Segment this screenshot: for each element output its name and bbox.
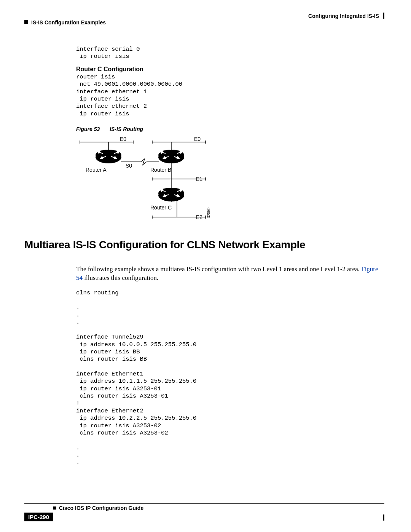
figure-caption: Figure 53 IS-IS Routing bbox=[76, 126, 373, 132]
label-e2: E2 bbox=[196, 214, 202, 220]
section-heading: Multiarea IS-IS Configuration for CLNS N… bbox=[24, 239, 305, 251]
label-router-c: Router C bbox=[150, 204, 172, 211]
header-left-bullet bbox=[24, 20, 28, 24]
header-section-title: IS-IS Configuration Examples bbox=[31, 19, 106, 26]
para-text-pre: The following example shows a multiarea … bbox=[76, 265, 361, 273]
code-block-router-c: router isis net 49.0001.0000.0000.000c.0… bbox=[76, 73, 373, 118]
label-router-b: Router B bbox=[150, 167, 171, 173]
code-block-serial0: interface serial 0 ip router isis bbox=[76, 46, 373, 61]
footer-guide-title: Cisco IOS IP Configuration Guide bbox=[59, 505, 143, 511]
footer-bullet bbox=[53, 506, 56, 510]
footer-rule bbox=[24, 503, 384, 504]
para-text-post: illustrates this configuration. bbox=[83, 274, 158, 281]
label-e1: E1 bbox=[196, 176, 202, 182]
page-number: IPC-290 bbox=[24, 513, 53, 521]
label-e0-a: E0 bbox=[120, 136, 126, 142]
figure-title: IS-IS Routing bbox=[110, 126, 143, 132]
code-block-multiarea: clns routing . . . interface Tunnel529 i… bbox=[76, 289, 381, 466]
label-e0-b: E0 bbox=[194, 136, 201, 142]
router-c-heading: Router C Configuration bbox=[76, 66, 373, 73]
figure-isis-routing: E0 E0 bbox=[76, 135, 228, 227]
label-router-a: Router A bbox=[86, 167, 107, 173]
footer-right-divider bbox=[383, 514, 384, 521]
label-s0: S0 bbox=[126, 163, 132, 169]
figure-number: Figure 53 bbox=[76, 126, 100, 132]
section-paragraph: The following example shows a multiarea … bbox=[76, 265, 381, 283]
router-b-icon bbox=[158, 150, 184, 163]
header-chapter-title: Configuring Integrated IS-IS bbox=[308, 13, 379, 19]
router-a-icon bbox=[96, 150, 121, 163]
figure-id: 32050 bbox=[207, 208, 211, 218]
header-right-divider bbox=[383, 13, 384, 19]
router-c-icon bbox=[158, 188, 184, 201]
